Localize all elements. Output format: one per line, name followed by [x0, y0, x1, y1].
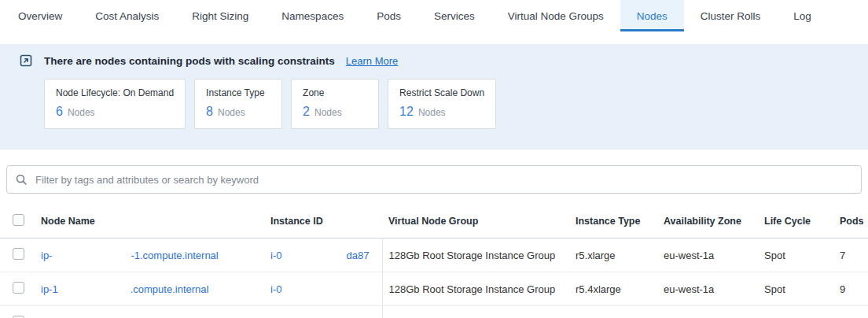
life-cycle-cell: Spot: [758, 272, 833, 306]
table-row: ip-1.compute.internal i-0 128Gb Root Sto…: [0, 272, 868, 306]
virtual-node-group-cell: 128Gb Root Storage Instance Group: [382, 272, 569, 306]
card-title: Instance Type: [206, 87, 270, 98]
node-name-cell: ip--1.compute.internal: [35, 238, 264, 272]
life-cycle-cell: Spot: [758, 306, 833, 318]
virtual-node-group-cell: 128Gb Root Storage Instance Group: [382, 238, 569, 272]
table-row: ip-t-1.compute.internal i-0d 128Gb Root …: [0, 306, 868, 318]
filter-search-bar: [6, 165, 862, 194]
card-count: 8: [206, 105, 213, 119]
learn-more-link[interactable]: Learn More: [346, 55, 398, 67]
card-value: 6 Nodes: [56, 105, 174, 119]
instance-type-cell: r5.xlarge: [569, 238, 657, 272]
banner-message: There are nodes containing pods with sca…: [44, 55, 335, 67]
availability-zone-cell: eu-west-1a: [657, 272, 758, 306]
table-row: ip--1.compute.internal i-0da87 128Gb Roo…: [0, 238, 868, 272]
pods-cell: 11: [833, 306, 868, 318]
card-count: 2: [303, 105, 310, 119]
card-unit: Nodes: [418, 107, 446, 118]
instance-id-cell: i-0da87: [264, 238, 382, 272]
node-name-prefix: ip-: [41, 250, 52, 261]
card-node-lifecycle-on-demand[interactable]: Node Lifecycle: On Demand 6 Nodes: [44, 79, 186, 129]
tab-right-sizing[interactable]: Right Sizing: [175, 0, 265, 31]
availability-zone-cell: eu-west-1a: [657, 238, 758, 272]
scaling-constraint-icon: [19, 54, 33, 68]
tab-overview[interactable]: Overview: [2, 0, 79, 31]
node-name-suffix: .compute.internal: [131, 283, 209, 295]
redacted-text: [52, 253, 131, 259]
node-name-cell: ip-1.compute.internal: [35, 272, 264, 306]
nodes-page: Overview Cost Analysis Right Sizing Name…: [0, 0, 868, 318]
tab-services[interactable]: Services: [417, 0, 491, 31]
card-title: Zone: [303, 87, 367, 98]
pods-cell: 9: [833, 272, 868, 306]
instance-id-prefix: i-0: [270, 250, 281, 261]
column-header-virtual-node-group[interactable]: Virtual Node Group: [382, 206, 569, 238]
table-header-row: Node Name Instance ID Virtual Node Group…: [0, 206, 868, 238]
instance-type-cell: r5.4xlarge: [569, 272, 657, 306]
node-name-prefix: ip-1: [41, 283, 58, 295]
card-restrict-scale-down[interactable]: Restrict Scale Down 12 Nodes: [388, 79, 496, 129]
search-icon: [15, 173, 28, 186]
card-unit: Nodes: [314, 107, 342, 118]
card-title: Node Lifecycle: On Demand: [56, 87, 174, 98]
card-value: 2 Nodes: [303, 105, 367, 119]
tab-log[interactable]: Log: [777, 0, 828, 31]
column-header-pods[interactable]: Pods: [833, 206, 868, 238]
tab-pods[interactable]: Pods: [360, 0, 417, 31]
card-value: 12 Nodes: [399, 105, 484, 119]
tab-cluster-rolls[interactable]: Cluster Rolls: [684, 0, 778, 31]
virtual-node-group-cell: 128Gb Root Storage Instance Group: [382, 306, 569, 318]
tab-nodes[interactable]: Nodes: [620, 0, 684, 31]
instance-id-link[interactable]: i-0da87: [270, 250, 369, 261]
row-checkbox[interactable]: [13, 248, 24, 260]
redacted-text: [58, 287, 131, 293]
node-name-suffix: -1.compute.internal: [131, 250, 218, 261]
pods-cell: 7: [833, 238, 868, 272]
constraint-cards: Node Lifecycle: On Demand 6 Nodes Instan…: [44, 79, 849, 129]
tab-namespaces[interactable]: Namespaces: [265, 0, 360, 31]
redacted-text: [281, 287, 327, 293]
node-name-link[interactable]: ip-1.compute.internal: [41, 283, 208, 295]
scaling-constraints-banner: There are nodes containing pods with sca…: [0, 44, 868, 150]
card-zone[interactable]: Zone 2 Nodes: [291, 79, 379, 129]
life-cycle-cell: Spot: [758, 238, 833, 272]
column-header-availability-zone[interactable]: Availability Zone: [657, 206, 758, 238]
redacted-text: [281, 253, 346, 259]
banner-message-row: There are nodes containing pods with sca…: [19, 54, 849, 68]
column-header-life-cycle[interactable]: Life Cycle: [758, 206, 833, 238]
tab-bar: Overview Cost Analysis Right Sizing Name…: [0, 0, 868, 31]
card-title: Restrict Scale Down: [399, 87, 484, 98]
search-input[interactable]: [34, 173, 853, 187]
column-header-node-name[interactable]: Node Name: [35, 206, 264, 238]
card-value: 8 Nodes: [206, 105, 270, 119]
card-instance-type[interactable]: Instance Type 8 Nodes: [194, 79, 282, 129]
card-count: 12: [399, 105, 414, 119]
tab-cost-analysis[interactable]: Cost Analysis: [79, 0, 175, 31]
node-name-link[interactable]: ip--1.compute.internal: [41, 250, 219, 261]
column-header-instance-type[interactable]: Instance Type: [569, 206, 657, 238]
select-all-checkbox[interactable]: [13, 214, 24, 226]
instance-id-cell: i-0: [264, 272, 382, 306]
card-unit: Nodes: [68, 107, 95, 118]
instance-type-cell: m5.4xlarge: [569, 306, 657, 318]
instance-id-link[interactable]: i-0: [270, 283, 327, 295]
column-header-instance-id[interactable]: Instance ID: [264, 206, 382, 238]
row-checkbox[interactable]: [13, 282, 24, 294]
instance-id-prefix: i-0: [270, 283, 281, 295]
nodes-table: Node Name Instance ID Virtual Node Group…: [0, 206, 868, 318]
card-unit: Nodes: [218, 107, 245, 118]
instance-id-cell: i-0d: [264, 306, 382, 318]
card-count: 6: [56, 105, 63, 119]
instance-id-suffix: da87: [346, 250, 369, 261]
tab-virtual-node-groups[interactable]: Virtual Node Groups: [491, 0, 620, 31]
node-name-cell: ip-t-1.compute.internal: [35, 306, 264, 318]
availability-zone-cell: eu-west-1c: [657, 306, 758, 318]
